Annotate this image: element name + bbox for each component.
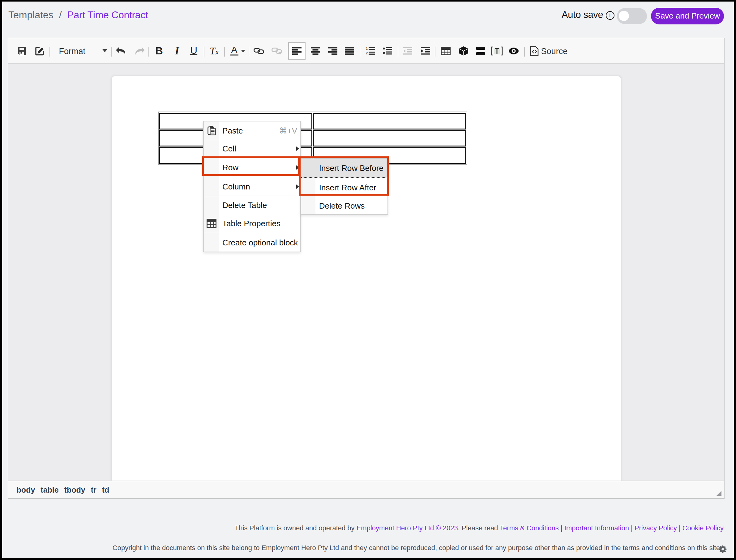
svg-text:2: 2 [366,51,368,55]
svg-text:1: 1 [366,47,368,50]
